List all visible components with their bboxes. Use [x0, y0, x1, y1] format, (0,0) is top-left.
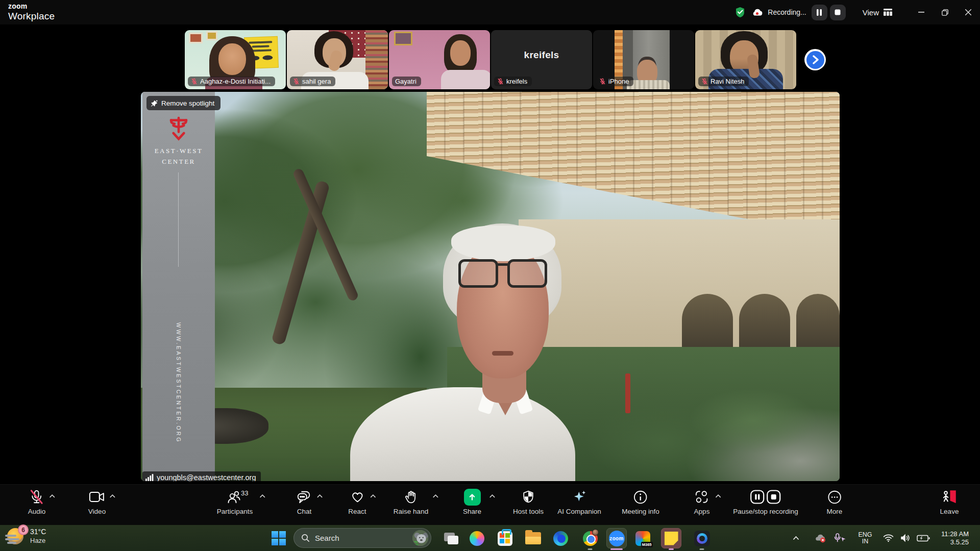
chat-button[interactable]: Chat: [297, 489, 312, 515]
more-button[interactable]: More: [827, 489, 843, 515]
red-lantern: [625, 373, 630, 413]
muted-mic-icon: [293, 78, 300, 85]
volume-icon[interactable]: [898, 525, 913, 551]
video-options-chevron[interactable]: [109, 494, 116, 498]
chat-options-chevron[interactable]: [316, 494, 323, 498]
view-grid-icon: [884, 9, 892, 16]
security-shield-icon[interactable]: [735, 7, 745, 18]
audio-button[interactable]: Audio: [28, 489, 46, 515]
start-button[interactable]: [269, 529, 288, 548]
host-tools-button[interactable]: Host tools: [513, 489, 544, 515]
participants-options-chevron[interactable]: [259, 494, 266, 498]
shield-icon: [521, 489, 535, 505]
heart-icon: [350, 489, 365, 505]
pause-stop-recording-button[interactable]: Pause/stop recording: [733, 489, 798, 515]
microsoft-store-button[interactable]: [495, 528, 515, 548]
weather-widget[interactable]: 6 31°C Haze: [7, 527, 46, 545]
react-options-chevron[interactable]: [370, 494, 376, 498]
search-icon: [301, 534, 310, 542]
webex-button[interactable]: [692, 528, 712, 548]
pause-stop-recording-icon: [750, 489, 781, 505]
speaker-mouth: [492, 351, 513, 356]
video-tile-iphone[interactable]: iPhone: [593, 30, 694, 89]
wall-frame: [206, 31, 217, 40]
edge-icon: [553, 531, 568, 546]
zoom-app-button[interactable]: zoom: [606, 528, 627, 548]
chevron-right-icon: [806, 51, 824, 69]
cloud-recording-icon: [751, 8, 764, 16]
task-view-button[interactable]: [441, 528, 461, 548]
file-explorer-button[interactable]: [523, 528, 543, 548]
meeting-info-button[interactable]: Meeting info: [622, 489, 659, 515]
ewc-title-line1: EAST·WEST: [142, 147, 215, 155]
participant-display-name: kreifels: [491, 49, 592, 61]
video-tile-sahil[interactable]: sahil gera: [287, 30, 388, 89]
view-button[interactable]: View: [863, 8, 892, 17]
onedrive-error-icon[interactable]: [813, 525, 827, 551]
participant-face: [218, 43, 246, 75]
restore-button[interactable]: [933, 0, 957, 24]
video-tile-ravi[interactable]: Ravi Nitesh: [695, 30, 796, 89]
search-placeholder: Search: [315, 534, 412, 542]
speaker-name-label: youngbls@eastwestcenter.org: [142, 471, 261, 481]
notification-badge: 6: [18, 524, 29, 535]
language-switcher[interactable]: ENG IN: [855, 525, 875, 551]
participant-name-label: Ravi Nitesh: [698, 77, 749, 86]
raise-hand-options-chevron[interactable]: [432, 494, 439, 498]
leave-button[interactable]: Leave: [940, 489, 959, 515]
bookshelf: [365, 30, 388, 89]
close-button[interactable]: [957, 0, 980, 24]
edge-button[interactable]: [550, 528, 571, 548]
share-options-chevron[interactable]: [489, 494, 496, 498]
bing-daily-image-koala[interactable]: [412, 530, 428, 546]
copilot-button[interactable]: [467, 528, 487, 548]
spotlight-video[interactable]: EAST·WEST CENTER WWW.EASTWESTCENTER.ORG …: [141, 92, 840, 481]
voice-access-icon[interactable]: [833, 525, 848, 551]
video-tile-aaghaz[interactable]: Aaghaz-e-Dosti Initiati...: [185, 30, 286, 89]
participant-name-label: kreifels: [494, 77, 532, 86]
sticky-notes-button[interactable]: [661, 528, 681, 548]
haze-weather-icon: 6: [7, 527, 26, 545]
clock-widget[interactable]: 11:28 AM 3.5.25: [941, 525, 969, 551]
react-button[interactable]: React: [348, 489, 366, 515]
minimize-button[interactable]: [910, 0, 933, 24]
microphone-muted-icon: [29, 489, 44, 505]
remove-spotlight-button[interactable]: Remove spotlight: [146, 96, 220, 110]
battery-icon[interactable]: [915, 525, 932, 551]
video-camera-icon: [89, 489, 105, 505]
video-tile-kreifels[interactable]: kreifels kreifels: [491, 30, 592, 89]
muted-mic-icon: [701, 78, 708, 85]
m365-copilot-button[interactable]: M365: [632, 528, 653, 548]
chrome-running-indicator: [588, 548, 593, 550]
share-button[interactable]: Share: [463, 489, 481, 515]
task-view-icon: [442, 530, 460, 547]
chrome-icon: [583, 531, 598, 546]
raise-hand-button[interactable]: Raise hand: [394, 489, 428, 515]
ai-companion-button[interactable]: AI Companion: [557, 489, 601, 515]
weather-condition: Haze: [30, 537, 46, 544]
tray-show-hidden-icons[interactable]: [792, 525, 810, 551]
filmstrip-next-page-button[interactable]: [804, 49, 826, 70]
participants-button[interactable]: 33 Participants: [217, 489, 253, 515]
chrome-profile-avatar: [592, 529, 599, 536]
apps-options-chevron[interactable]: [715, 494, 722, 498]
ewc-title-line2: CENTER: [142, 158, 215, 166]
participants-count-badge: 33: [241, 489, 248, 497]
chrome-button[interactable]: [580, 528, 600, 548]
tray-time: 11:28 AM: [941, 530, 969, 538]
apps-button[interactable]: Apps: [694, 489, 710, 515]
stop-recording-button[interactable]: [830, 5, 846, 20]
video-tile-gayatri[interactable]: Gayatri: [389, 30, 490, 89]
speaker-glasses: [458, 259, 548, 290]
share-screen-icon: [464, 489, 481, 506]
video-button[interactable]: Video: [88, 489, 106, 515]
audio-options-chevron[interactable]: [49, 494, 56, 498]
muted-mic-icon: [191, 78, 198, 85]
pause-recording-button[interactable]: [812, 5, 827, 20]
zoom-app-icon: zoom: [609, 531, 625, 546]
search-input[interactable]: Search: [293, 528, 431, 548]
wifi-icon[interactable]: [880, 525, 896, 551]
webex-icon: [694, 531, 710, 546]
apps-icon: [694, 489, 709, 505]
audio-signal-icon: [145, 474, 154, 481]
